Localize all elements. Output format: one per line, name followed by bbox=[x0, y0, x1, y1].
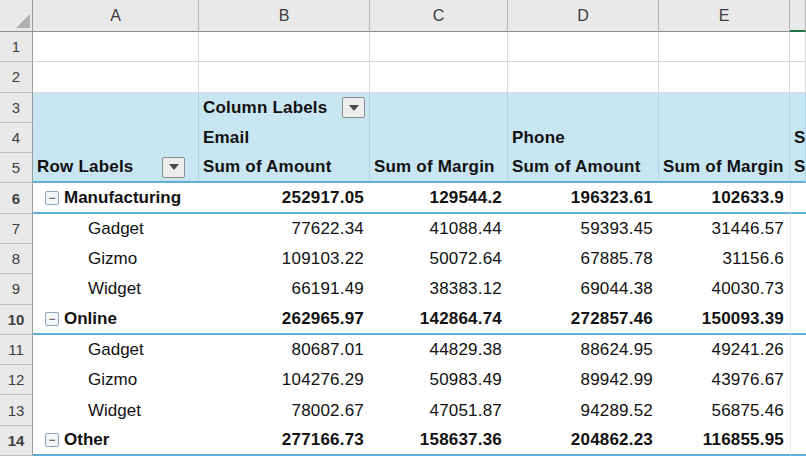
value-cell-partial[interactable] bbox=[790, 183, 806, 213]
value-cell[interactable]: 31156.6 bbox=[659, 244, 790, 274]
value-cell[interactable]: 142864.74 bbox=[370, 305, 508, 335]
value-cell[interactable]: 56875.46 bbox=[659, 395, 790, 425]
group-header-email[interactable]: Email bbox=[199, 123, 370, 153]
row-number[interactable]: 1 bbox=[0, 32, 33, 62]
value-cell[interactable]: 204862.23 bbox=[508, 426, 659, 456]
value-cell[interactable]: 252917.05 bbox=[199, 183, 370, 213]
row-number[interactable]: 14 bbox=[0, 426, 33, 456]
value-cell[interactable]: 59393.45 bbox=[508, 214, 659, 244]
column-header-b[interactable]: B bbox=[199, 0, 370, 32]
row-number[interactable]: 12 bbox=[0, 365, 33, 395]
value-cell[interactable]: 277166.73 bbox=[199, 426, 370, 456]
value-cell[interactable]: 47051.87 bbox=[370, 395, 508, 425]
value-cell[interactable]: 89942.99 bbox=[508, 365, 659, 395]
cell-f1[interactable] bbox=[790, 32, 806, 62]
row-label-cell[interactable]: Widget bbox=[33, 395, 199, 425]
row-number[interactable]: 2 bbox=[0, 62, 33, 92]
value-cell[interactable]: 77622.34 bbox=[199, 214, 370, 244]
column-header-f-partial[interactable] bbox=[790, 0, 806, 32]
cell-c1[interactable] bbox=[370, 32, 508, 62]
value-cell[interactable]: 129544.2 bbox=[370, 183, 508, 213]
select-all-corner[interactable] bbox=[0, 0, 33, 32]
cell-a1[interactable] bbox=[33, 32, 199, 62]
value-cell[interactable]: 50072.64 bbox=[370, 244, 508, 274]
value-cell[interactable]: 31446.57 bbox=[659, 214, 790, 244]
cell-d1[interactable] bbox=[508, 32, 659, 62]
value-cell[interactable]: 41088.44 bbox=[370, 214, 508, 244]
cell-f2[interactable] bbox=[790, 62, 806, 92]
group-header-phone[interactable]: Phone bbox=[508, 123, 659, 153]
cell-e1[interactable] bbox=[659, 32, 790, 62]
value-cell[interactable]: 43976.67 bbox=[659, 365, 790, 395]
column-header-a[interactable]: A bbox=[33, 0, 199, 32]
cell-e2[interactable] bbox=[659, 62, 790, 92]
value-cell-partial[interactable] bbox=[790, 335, 806, 365]
row-label-cell[interactable]: Widget bbox=[33, 274, 199, 304]
cell-d2[interactable] bbox=[508, 62, 659, 92]
row-number[interactable]: 6 bbox=[0, 183, 33, 213]
value-header-email-amount[interactable]: Sum of Amount bbox=[199, 153, 370, 183]
value-cell[interactable]: 50983.49 bbox=[370, 365, 508, 395]
value-cell[interactable]: 67885.78 bbox=[508, 244, 659, 274]
cell-e4[interactable] bbox=[659, 123, 790, 153]
row-label-cell[interactable]: − Other bbox=[33, 426, 199, 456]
cell-e3[interactable] bbox=[659, 93, 790, 123]
column-labels-filter-button[interactable] bbox=[342, 97, 365, 118]
cell-b2[interactable] bbox=[199, 62, 370, 92]
cell-a4[interactable] bbox=[33, 123, 199, 153]
value-header-partial[interactable]: S bbox=[790, 153, 806, 183]
value-cell[interactable]: 262965.97 bbox=[199, 305, 370, 335]
value-cell-partial[interactable] bbox=[790, 365, 806, 395]
value-cell[interactable]: 38383.12 bbox=[370, 274, 508, 304]
collapse-button[interactable]: − bbox=[45, 191, 59, 205]
value-cell[interactable]: 94289.52 bbox=[508, 395, 659, 425]
row-label-cell[interactable]: Gizmo bbox=[33, 365, 199, 395]
value-header-phone-amount[interactable]: Sum of Amount bbox=[508, 153, 659, 183]
value-cell[interactable]: 150093.39 bbox=[659, 305, 790, 335]
row-number[interactable]: 8 bbox=[0, 244, 33, 274]
value-cell[interactable]: 158637.36 bbox=[370, 426, 508, 456]
cell-c3[interactable] bbox=[370, 93, 508, 123]
column-header-e[interactable]: E bbox=[659, 0, 790, 32]
value-cell[interactable]: 104276.29 bbox=[199, 365, 370, 395]
value-cell[interactable]: 44829.38 bbox=[370, 335, 508, 365]
value-cell-partial[interactable] bbox=[790, 214, 806, 244]
value-cell[interactable]: 88624.95 bbox=[508, 335, 659, 365]
value-cell[interactable]: 66191.49 bbox=[199, 274, 370, 304]
row-number[interactable]: 11 bbox=[0, 335, 33, 365]
row-number[interactable]: 5 bbox=[0, 153, 33, 183]
column-labels-cell[interactable]: Column Labels bbox=[199, 93, 370, 123]
collapse-button[interactable]: − bbox=[45, 433, 59, 447]
value-cell[interactable]: 102633.9 bbox=[659, 183, 790, 213]
value-cell[interactable]: 109103.22 bbox=[199, 244, 370, 274]
row-number[interactable]: 4 bbox=[0, 123, 33, 153]
value-cell-partial[interactable] bbox=[790, 305, 806, 335]
value-cell[interactable]: 80687.01 bbox=[199, 335, 370, 365]
cell-d3[interactable] bbox=[508, 93, 659, 123]
value-header-phone-margin[interactable]: Sum of Margin bbox=[659, 153, 790, 183]
value-cell[interactable]: 196323.61 bbox=[508, 183, 659, 213]
row-label-cell[interactable]: Gizmo bbox=[33, 244, 199, 274]
row-label-cell[interactable]: − Manufacturing bbox=[33, 183, 199, 213]
value-header-email-margin[interactable]: Sum of Margin bbox=[370, 153, 508, 183]
row-label-cell[interactable]: Gadget bbox=[33, 335, 199, 365]
row-number[interactable]: 3 bbox=[0, 93, 33, 123]
value-cell[interactable]: 116855.95 bbox=[659, 426, 790, 456]
value-cell[interactable]: 78002.67 bbox=[199, 395, 370, 425]
value-cell[interactable]: 69044.38 bbox=[508, 274, 659, 304]
value-cell[interactable]: 40030.73 bbox=[659, 274, 790, 304]
column-header-d[interactable]: D bbox=[508, 0, 659, 32]
value-cell[interactable]: 49241.26 bbox=[659, 335, 790, 365]
row-number[interactable]: 9 bbox=[0, 274, 33, 304]
row-number[interactable]: 13 bbox=[0, 395, 33, 425]
cell-c2[interactable] bbox=[370, 62, 508, 92]
row-number[interactable]: 10 bbox=[0, 305, 33, 335]
row-label-cell[interactable]: Gadget bbox=[33, 214, 199, 244]
value-cell-partial[interactable] bbox=[790, 426, 806, 456]
cell-a2[interactable] bbox=[33, 62, 199, 92]
group-header-partial[interactable]: S bbox=[790, 123, 806, 153]
column-header-c[interactable]: C bbox=[370, 0, 508, 32]
cell-b1[interactable] bbox=[199, 32, 370, 62]
row-labels-cell[interactable]: Row Labels bbox=[33, 153, 199, 183]
row-label-cell[interactable]: − Online bbox=[33, 305, 199, 335]
